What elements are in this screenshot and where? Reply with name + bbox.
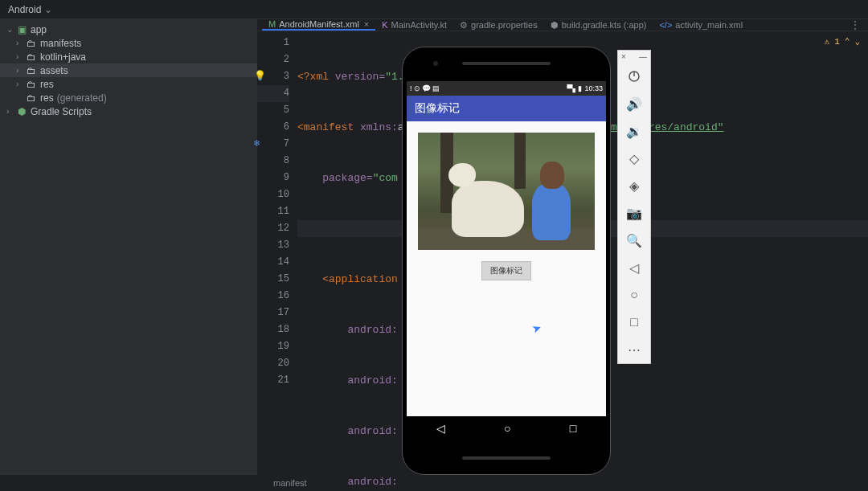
rotate-right-button[interactable]: ◈ bbox=[618, 172, 650, 199]
line-number: 8 bbox=[257, 153, 289, 170]
tree-label: res bbox=[40, 92, 54, 104]
status-time: 10:33 bbox=[584, 84, 603, 92]
tree-annotation: (generated) bbox=[57, 92, 107, 104]
line-number: 14 bbox=[257, 254, 289, 271]
gradle-icon: ⬢ bbox=[14, 106, 29, 117]
tab-activity-main[interactable]: </> activity_main.xml bbox=[653, 19, 749, 31]
volume-down-button[interactable]: 🔉 bbox=[618, 117, 650, 145]
editor-tabs: M AndroidManifest.xml × K MainActivity.k… bbox=[257, 19, 868, 31]
line-number: 11 bbox=[257, 203, 289, 220]
line-number: 💡3 bbox=[257, 68, 289, 85]
line-number: 9 bbox=[257, 170, 289, 186]
power-button[interactable] bbox=[618, 63, 650, 90]
chevron-right-icon: › bbox=[16, 39, 24, 47]
android-nav-bar: ◁ ○ □ bbox=[407, 416, 606, 440]
tree-label: kotlin+java bbox=[40, 51, 86, 63]
line-number: 20 bbox=[257, 355, 289, 372]
folder-icon: 🗀 bbox=[24, 65, 39, 76]
gutter: 1 2 💡3 4 5 6 ❄7 8 9 10 11 12 13 14 15 16… bbox=[257, 31, 297, 491]
notification-icon: ⊙ bbox=[414, 84, 420, 92]
line-number: 4 bbox=[257, 85, 289, 102]
project-title[interactable]: Android bbox=[8, 4, 41, 15]
line-number: 18 bbox=[257, 321, 289, 338]
more-button[interactable]: ⋯ bbox=[618, 336, 650, 363]
line-number: 21 bbox=[257, 372, 289, 389]
chevron-down-icon[interactable]: ⌄ bbox=[44, 4, 52, 15]
phone-speaker bbox=[462, 62, 551, 65]
top-bar: Android ⌄ bbox=[0, 0, 868, 19]
app-content: 图像标记 bbox=[407, 121, 606, 292]
app-icon[interactable]: ❄ bbox=[254, 136, 260, 153]
screenshot-button[interactable]: 📷 bbox=[618, 199, 650, 227]
bulb-icon[interactable]: 💡 bbox=[254, 68, 266, 85]
phone-camera bbox=[433, 61, 438, 66]
tab-label: build.gradle.kts (:app) bbox=[562, 20, 647, 30]
nav-back-icon[interactable]: ◁ bbox=[436, 422, 445, 435]
tree-res[interactable]: › 🗀 res bbox=[0, 77, 257, 91]
chevron-right-icon: › bbox=[6, 107, 14, 116]
tree-label: app bbox=[31, 24, 47, 35]
android-status-bar: ! ⊙ 💬 ▤ ▝▚ ▮ 10:33 bbox=[407, 81, 606, 96]
tree-app[interactable]: ⌄ ▣ app bbox=[0, 23, 257, 36]
tab-label: activity_main.xml bbox=[675, 20, 743, 30]
xml-file-icon: M bbox=[268, 19, 276, 29]
folder-icon: 🗀 bbox=[24, 38, 39, 49]
line-number: 2 bbox=[257, 51, 289, 68]
tree-kotlin-java[interactable]: › 🗀 kotlin+java bbox=[0, 50, 257, 63]
minimize-icon[interactable]: × bbox=[621, 52, 626, 61]
kotlin-file-icon: K bbox=[382, 20, 387, 30]
line-number: ❄7 bbox=[257, 136, 289, 153]
line-number: 1 bbox=[257, 35, 289, 51]
tab-label: AndroidManifest.xml bbox=[279, 19, 359, 29]
battery-icon: ▮ bbox=[578, 84, 582, 92]
emulator-window: ! ⊙ 💬 ▤ ▝▚ ▮ 10:33 图像标记 bbox=[402, 47, 612, 481]
chevron-down-icon: ⌄ bbox=[6, 25, 14, 34]
tree-assets[interactable]: › 🗀 assets bbox=[0, 63, 257, 77]
tabs-menu-icon[interactable]: ⋮ bbox=[842, 19, 868, 31]
tree-label: manifests bbox=[40, 38, 81, 49]
layout-file-icon: </> bbox=[659, 20, 672, 30]
rotate-left-button[interactable]: ◇ bbox=[618, 145, 650, 172]
folder-icon: 🗀 bbox=[24, 51, 39, 63]
app-image bbox=[418, 133, 595, 250]
phone-screen[interactable]: ! ⊙ 💬 ▤ ▝▚ ▮ 10:33 图像标记 bbox=[407, 81, 606, 440]
nav-overview-icon[interactable]: □ bbox=[570, 422, 576, 435]
tree-gradle-scripts[interactable]: › ⬢ Gradle Scripts bbox=[0, 104, 257, 118]
folder-icon: 🗀 bbox=[24, 79, 39, 90]
tab-android-manifest[interactable]: M AndroidManifest.xml × bbox=[262, 19, 375, 31]
chevron-right-icon: › bbox=[16, 66, 24, 75]
line-number: 15 bbox=[257, 271, 289, 288]
line-number: 13 bbox=[257, 237, 289, 254]
line-number: 6 bbox=[257, 119, 289, 136]
project-tree: ⌄ ▣ app › 🗀 manifests › 🗀 kotlin+java › … bbox=[0, 19, 257, 475]
overview-button[interactable]: □ bbox=[618, 309, 650, 336]
tab-main-activity[interactable]: K MainActivity.kt bbox=[375, 19, 453, 31]
tree-manifests[interactable]: › 🗀 manifests bbox=[0, 36, 257, 50]
emulator-toolbar: × — 🔊 🔉 ◇ ◈ 📷 🔍 ◁ ○ □ ⋯ bbox=[617, 50, 651, 364]
module-icon: ▣ bbox=[14, 24, 29, 35]
nav-home-icon[interactable]: ○ bbox=[504, 422, 510, 435]
back-button[interactable]: ◁ bbox=[618, 254, 650, 281]
collapse-icon[interactable]: — bbox=[639, 52, 647, 61]
app-title: 图像标记 bbox=[415, 101, 460, 116]
signal-icon: ▝▚ bbox=[564, 84, 575, 92]
home-button[interactable]: ○ bbox=[618, 281, 650, 309]
message-icon: ▤ bbox=[432, 84, 440, 92]
line-number: 12 bbox=[257, 220, 289, 237]
tab-label: gradle.properties bbox=[471, 20, 538, 30]
line-number: 19 bbox=[257, 338, 289, 355]
tab-build-gradle[interactable]: ⬢ build.gradle.kts (:app) bbox=[544, 19, 653, 31]
volume-up-button[interactable]: 🔊 bbox=[618, 90, 650, 117]
gradle-file-icon: ⬢ bbox=[551, 20, 559, 31]
folder-icon: 🗀 bbox=[24, 92, 39, 104]
tab-label: MainActivity.kt bbox=[391, 20, 447, 30]
label-image-button[interactable]: 图像标记 bbox=[481, 261, 531, 280]
tree-label: Gradle Scripts bbox=[31, 106, 92, 117]
line-number: 16 bbox=[257, 288, 289, 305]
zoom-button[interactable]: 🔍 bbox=[618, 227, 650, 254]
tree-label: assets bbox=[40, 65, 68, 76]
tab-gradle-properties[interactable]: ⚙ gradle.properties bbox=[453, 19, 544, 31]
close-icon[interactable]: × bbox=[364, 19, 369, 29]
chevron-right-icon: › bbox=[16, 80, 24, 88]
tree-res-generated[interactable]: 🗀 res (generated) bbox=[0, 91, 257, 104]
